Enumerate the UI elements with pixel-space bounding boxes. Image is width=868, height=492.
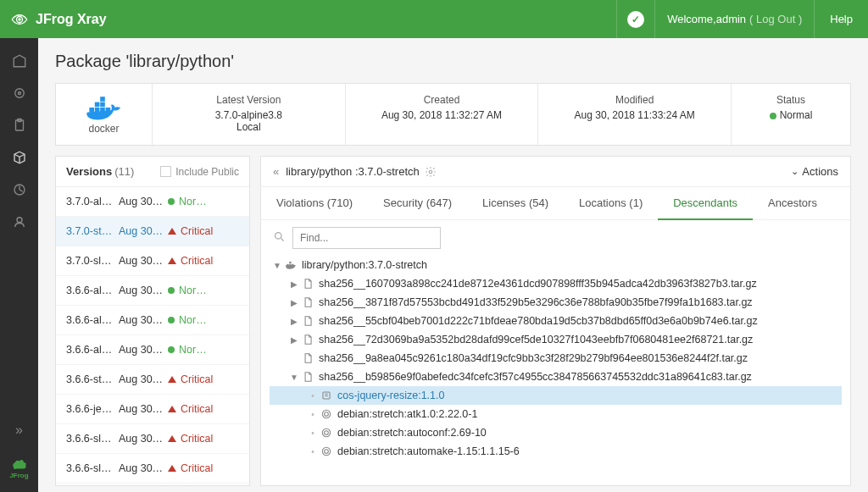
tree-row[interactable]: ▶sha256__3871f87d57553bcbd491d33f529b5e3… bbox=[270, 293, 842, 312]
svg-rect-10 bbox=[94, 102, 99, 108]
version-row[interactable]: 3.6.6-al…Aug 30…Nor… bbox=[56, 335, 249, 365]
detail-panel: « library/python :3.7.0-stretch ⌄ Action… bbox=[260, 156, 851, 486]
tabs: Violations (710) Security (647) Licenses… bbox=[261, 187, 850, 220]
layer-icon bbox=[300, 315, 315, 327]
tree-row[interactable]: ▼library/python:3.7.0-stretch bbox=[270, 256, 842, 274]
content: Package 'library/python' docker Latest V… bbox=[38, 38, 868, 492]
sidebar-item-analytics[interactable] bbox=[0, 174, 38, 206]
welcome-text: Welcome, admin ( Log Out ) bbox=[654, 0, 814, 38]
topbar: JFrog Xray ✓ Welcome, admin ( Log Out ) … bbox=[0, 0, 868, 38]
critical-icon bbox=[168, 465, 176, 472]
versions-panel: Versions (11) Include Public 3.7.0-al…Au… bbox=[55, 156, 250, 486]
brand: JFrog Xray bbox=[0, 12, 107, 27]
normal-icon bbox=[168, 198, 175, 205]
sidebar: » JFrog bbox=[0, 38, 38, 492]
tree-row[interactable]: ▼sha256__b59856e9f0abefedc34fcefc3f57c49… bbox=[270, 368, 842, 386]
breadcrumb: library/python :3.7.0-stretch bbox=[286, 165, 420, 178]
package-icon bbox=[319, 445, 334, 457]
layer-icon bbox=[300, 296, 315, 308]
critical-icon bbox=[168, 376, 176, 383]
sidebar-item-dashboard[interactable] bbox=[0, 45, 38, 77]
brand-name: JFrog Xray bbox=[36, 12, 107, 27]
status-dot-icon bbox=[770, 113, 776, 119]
tab-locations[interactable]: Locations (1) bbox=[564, 187, 658, 219]
sidebar-item-packages[interactable] bbox=[0, 141, 38, 174]
jfrog-logo-icon: JFrog bbox=[0, 449, 38, 487]
summary-type: docker bbox=[56, 84, 153, 145]
status-check-icon[interactable]: ✓ bbox=[616, 0, 654, 38]
version-row[interactable]: 3.6.6-st…Aug 30…Critical bbox=[56, 365, 249, 395]
include-public-checkbox[interactable]: Include Public bbox=[160, 166, 239, 178]
tree-row[interactable]: •debian:stretch:atk1.0:2.22.0-1 bbox=[270, 405, 842, 423]
tree-row[interactable]: ▶sha256__55cbf04beb7001d222c71bfdeae780b… bbox=[270, 312, 842, 330]
help-link[interactable]: Help bbox=[814, 0, 868, 38]
critical-icon bbox=[168, 406, 176, 412]
svg-point-23 bbox=[322, 447, 330, 455]
svg-rect-19 bbox=[289, 262, 291, 263]
tab-descendants[interactable]: Descendants bbox=[658, 187, 753, 220]
svg-point-14 bbox=[429, 170, 432, 174]
docker-icon bbox=[82, 94, 126, 121]
tree-row[interactable]: •debian:stretch:autoconf:2.69-10 bbox=[270, 423, 842, 442]
summary-bar: docker Latest Version 3.7.0-alpine3.8 Lo… bbox=[55, 83, 851, 146]
tab-violations[interactable]: Violations (710) bbox=[261, 187, 368, 219]
tree: ▼library/python:3.7.0-stretch▶sha256__16… bbox=[261, 256, 850, 478]
module-icon bbox=[319, 390, 334, 401]
docker-icon bbox=[283, 259, 298, 271]
sidebar-item-watch[interactable] bbox=[0, 77, 38, 109]
svg-rect-7 bbox=[89, 108, 94, 113]
normal-icon bbox=[168, 287, 175, 294]
svg-point-6 bbox=[17, 218, 22, 223]
svg-rect-20 bbox=[323, 392, 330, 399]
critical-icon bbox=[168, 257, 176, 264]
layer-icon bbox=[300, 334, 315, 346]
svg-point-21 bbox=[322, 410, 330, 417]
version-row[interactable]: 3.6.6-al…Aug 30…Nor… bbox=[56, 276, 249, 306]
svg-point-1 bbox=[14, 89, 24, 98]
svg-point-22 bbox=[322, 428, 330, 436]
package-icon bbox=[319, 427, 334, 439]
package-icon bbox=[319, 408, 334, 420]
summary-status: Status Normal bbox=[732, 84, 850, 145]
logout-link[interactable]: ( Log Out ) bbox=[749, 13, 802, 25]
actions-dropdown[interactable]: ⌄ Actions bbox=[791, 165, 838, 178]
svg-rect-11 bbox=[100, 102, 105, 108]
back-icon[interactable]: « bbox=[273, 165, 279, 178]
tab-licenses[interactable]: Licenses (54) bbox=[467, 187, 564, 219]
tab-security[interactable]: Security (647) bbox=[368, 187, 467, 219]
tree-row[interactable]: ▶sha256__72d3069ba9a5352bd28dafd99cef5de… bbox=[270, 330, 842, 349]
version-row[interactable]: 3.6.6-je…Aug 30…Critical bbox=[56, 395, 249, 424]
normal-icon bbox=[168, 317, 175, 323]
version-row[interactable]: 3.6.6-al…Aug 30…Nor… bbox=[56, 306, 249, 335]
svg-point-2 bbox=[18, 92, 20, 95]
chevron-down-icon: ⌄ bbox=[791, 166, 798, 177]
tree-row[interactable]: •cos-jquery-resize:1.1.0 bbox=[270, 386, 842, 405]
versions-count: (11) bbox=[114, 165, 134, 178]
critical-icon bbox=[168, 435, 176, 442]
version-row[interactable]: 3.7.0-sl…Aug 30…Critical bbox=[56, 246, 249, 276]
version-row[interactable]: 3.7.0-st…Aug 30…Critical bbox=[56, 217, 249, 246]
version-row[interactable]: 3.6.6-sl…Aug 30…Critical bbox=[56, 454, 249, 484]
page-title: Package 'library/python' bbox=[55, 52, 851, 71]
critical-icon bbox=[168, 228, 176, 235]
normal-icon bbox=[168, 346, 175, 353]
sidebar-expand-icon[interactable]: » bbox=[0, 417, 38, 444]
brand-eye-icon bbox=[10, 14, 29, 25]
tree-row[interactable]: sha256__9a8ea045c9261c180a34df19cfc9bb3c… bbox=[270, 349, 842, 368]
version-row[interactable]: 3.6.6-sl…Aug 30…Critical bbox=[56, 424, 249, 454]
gear-icon[interactable] bbox=[425, 166, 437, 178]
tab-ancestors[interactable]: Ancestors bbox=[753, 187, 832, 219]
versions-title: Versions bbox=[66, 165, 112, 178]
layer-icon bbox=[300, 278, 315, 290]
layer-icon bbox=[300, 371, 315, 383]
svg-rect-13 bbox=[100, 97, 105, 102]
summary-modified: Modified Aug 30, 2018 11:33:24 AM bbox=[538, 84, 732, 145]
layer-icon bbox=[300, 352, 315, 364]
sidebar-item-admin[interactable] bbox=[0, 206, 38, 238]
tree-row[interactable]: ▶sha256__1607093a898cc241de8712e4361dcd9… bbox=[270, 274, 842, 293]
version-row[interactable]: 3.7.0-al…Aug 30…Nor… bbox=[56, 187, 249, 217]
tree-row[interactable]: •debian:stretch:automake-1.15:1.1.15-6 bbox=[270, 442, 842, 461]
find-input[interactable] bbox=[292, 227, 441, 249]
svg-point-0 bbox=[18, 18, 21, 21]
sidebar-item-reports[interactable] bbox=[0, 109, 38, 141]
